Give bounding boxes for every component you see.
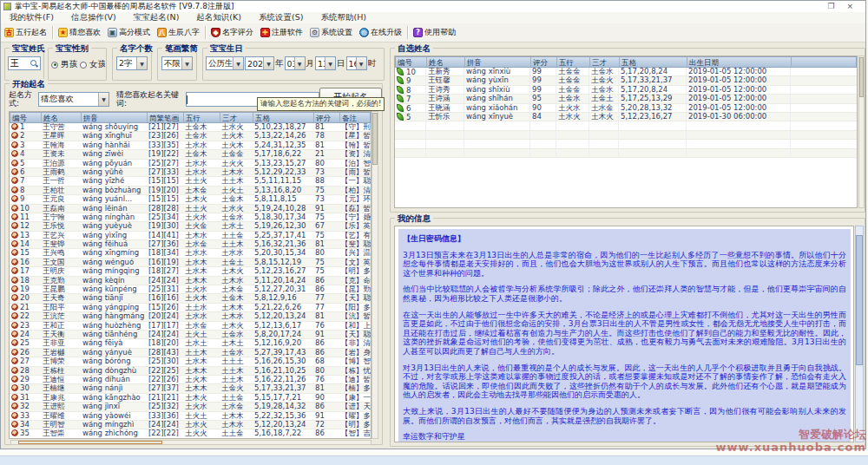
table-row[interactable]: 9王元良wáng yuánl...[15][15]土木火土金木5,8,11,8,… xyxy=(10,195,371,204)
results-table-header[interactable]: 编号姓名拼音简繁笔画五行三才五格评分备注 xyxy=(10,112,371,123)
table-row[interactable]: 16王文国wáng wénguó[16][19]土水木土金土5,8,15,12,… xyxy=(10,259,371,267)
table-row[interactable]: 8王柏壮wáng bòzhuàng[19][20]土木金土火土5,13,16,8… xyxy=(10,187,371,195)
table-row[interactable]: 15王兴鸣wáng xīngmíng[18][34]土水水土水水5,20,30,… xyxy=(10,249,371,258)
toolbar-button[interactable]: ?使用帮助 xyxy=(410,25,459,40)
column-header[interactable]: 五格 xyxy=(253,113,314,122)
toolbar-button[interactable]: ▣高分模式 xyxy=(104,25,154,40)
results-vscroll-thumb[interactable] xyxy=(372,113,378,165)
naming-method-select[interactable]: 猜您喜欢 ▼ xyxy=(38,92,109,107)
table-row[interactable]: 27王博荣wáng bóróng[25][30]土水木土土土5,16,26,15… xyxy=(10,357,371,366)
toolbar-button[interactable]: 八生辰八字 xyxy=(154,25,203,40)
table-row[interactable]: 1王守营wáng shǒuyíng[21][27]土金木土水火5,10,23,1… xyxy=(10,123,371,132)
table-row[interactable]: 31王康兆wáng kāngzhào[21][21]土木火土土金5,15,17,… xyxy=(10,394,371,403)
table-row[interactable]: 5王泊源wáng pōyuán[25][27]土水水土火火5,13,23,15,… xyxy=(10,160,371,168)
column-header[interactable]: 编号 xyxy=(396,57,427,67)
day-select[interactable]: 13 ▼ xyxy=(315,56,336,70)
table-row[interactable]: 30王楠继wáng nánjì[27][37]土木木土金火5,17,33,21,… xyxy=(10,384,371,393)
column-header[interactable]: 编号 xyxy=(10,113,42,122)
menu-item[interactable]: 系统设置(S) xyxy=(250,12,312,23)
toolbar-button[interactable]: ◆名字评分 xyxy=(207,25,257,40)
table-row[interactable]: 34王明智wáng míngzhì[24][24]土水火土木水5,12,20,1… xyxy=(10,421,371,429)
table-row[interactable]: 8王诗秀wáng shīxiù99土金金土金水5,17,20,8,242019-… xyxy=(395,86,857,95)
table-row[interactable]: 13王艺兴wáng yìxīng[14][41]土木水土土金5,25,37,17… xyxy=(10,232,371,240)
month-select[interactable]: 03 ▼ xyxy=(285,56,306,70)
chevron-down-icon[interactable]: ▼ xyxy=(294,57,305,69)
name-count-select[interactable]: 2字 ▼ xyxy=(116,56,148,70)
table-row[interactable]: 7王诗涵wáng shīhán95土金水土金土5,17,25,13,292019… xyxy=(395,95,857,103)
column-header[interactable]: 五行 xyxy=(557,57,590,67)
toolbar-button[interactable]: 古五行起名 xyxy=(1,25,50,40)
table-row[interactable]: 32王进熙wáng jìnxī[25][32]土火水土水金5,19,28,14,… xyxy=(10,403,371,411)
chevron-down-icon[interactable]: ▼ xyxy=(233,57,243,69)
menu-item[interactable]: 信息操作(V) xyxy=(62,12,125,23)
toolbar-button[interactable]: ⚙系统设置 xyxy=(306,25,356,40)
column-header[interactable]: 拼音 xyxy=(465,57,531,67)
column-header[interactable]: 姓名 xyxy=(427,57,465,67)
table-row[interactable]: 21王阳平wáng yángpíng[15][26]土土水土木木5,21,22,… xyxy=(10,304,371,312)
table-row[interactable]: 35王智崇wáng zhìchóng[22][22]土火火土土金5,16,18,… xyxy=(10,429,371,438)
menu-item[interactable]: 起名知识(K) xyxy=(187,12,250,23)
table-row[interactable]: 3王翰海wáng hànhǎi[33][35]土水水土火木5,24,31,12,… xyxy=(10,141,371,150)
menu-item[interactable]: 我的软件(F) xyxy=(1,12,62,23)
chevron-down-icon[interactable]: ▼ xyxy=(181,57,192,69)
column-header[interactable]: 出生日期 xyxy=(687,57,792,67)
table-row[interactable]: 24王天衡wáng tiānhéng[24][24]土火土土金水5,8,20,1… xyxy=(10,331,371,339)
table-row[interactable]: 29王迪恒wáng díhuán[22][26]土火木土土木5,16,22,11… xyxy=(10,376,371,384)
column-header[interactable]: 三才 xyxy=(220,113,253,122)
table-row[interactable]: 12王乐悦wáng yuèyuè[19][30]土火金土水土5,19,26,12… xyxy=(10,222,371,231)
column-header[interactable]: 姓名 xyxy=(42,113,82,122)
chevron-down-icon[interactable]: ▼ xyxy=(325,57,335,69)
chevron-down-icon[interactable]: ▼ xyxy=(263,57,273,69)
column-header[interactable] xyxy=(792,57,858,67)
table-row[interactable]: 19王昆鹏wáng kūnpéng[25][31]土火水土木金5,12,27,2… xyxy=(10,285,371,294)
toolbar-button[interactable]: ◍在线升级 xyxy=(356,25,405,40)
selected-table-header[interactable]: 编号姓名拼音评分五行三才五格出生日期 xyxy=(395,56,857,68)
table-row[interactable]: 11王宁翰wáng nínghàn[25][34]土火水土金水5,18,30,1… xyxy=(10,213,371,222)
column-header[interactable]: 评分 xyxy=(531,57,557,67)
results-horizontal-scrollbar[interactable] xyxy=(10,440,372,445)
toolbar-button[interactable]: ✚注册软件 xyxy=(257,25,306,40)
table-row[interactable]: 17王明庆wáng míngqìng[18][27]土水木土木火5,12,23,… xyxy=(10,267,371,276)
table-row[interactable]: 20王天奇wáng tiānjī[16][16]土火木土金木5,8,12,9,1… xyxy=(10,294,371,303)
info-vertical-scrollbar[interactable] xyxy=(855,226,864,442)
surname-input[interactable] xyxy=(8,56,41,70)
column-header[interactable]: 拼音 xyxy=(82,113,148,122)
chevron-down-icon[interactable]: ▼ xyxy=(98,93,108,106)
hour-select[interactable]: 16 ▼ xyxy=(346,56,367,70)
toolbar-button[interactable]: ★猜您喜欢 xyxy=(55,25,104,40)
table-row[interactable]: 23王和正wáng huòzhèng[17][17]土水金土木火5,12,13,… xyxy=(10,322,371,331)
table-row[interactable]: 7王一哲wáng yīzhé[15][15]土土火土土木5,5,11,11,15… xyxy=(10,177,371,186)
table-row[interactable]: 14王斐铧wáng fěihuá[27][36]土水金土土木5,16,32,21… xyxy=(10,240,371,249)
table-row[interactable]: 5王忻乐wáng xīnyuè84土水火土木火5,12,23,16,272019… xyxy=(395,113,857,121)
table-row[interactable]: 10王磊南wáng lěinán[28][28]土土火土水火5,19,24,10… xyxy=(10,205,371,213)
column-header[interactable]: 简繁笔画 xyxy=(148,113,184,122)
calendar-select[interactable]: 公历生日 ▼ xyxy=(206,56,244,70)
table-row[interactable]: 6王晓涵wáng xiǎohán90土火水土水金5,20,28,13,32201… xyxy=(395,104,857,113)
year-select[interactable]: 2023 ▼ xyxy=(245,56,274,70)
table-row[interactable]: 26王岩樾wáng yányuè[28][43]土土木土金水5,27,39,17… xyxy=(10,349,371,357)
close-button[interactable]: × xyxy=(846,3,853,10)
table-row[interactable]: 25王非亚wáng fēiyà[18][20]土水土土木土5,12,16,9,2… xyxy=(10,339,371,348)
info-vscroll-thumb[interactable] xyxy=(856,235,863,365)
results-vertical-scrollbar[interactable] xyxy=(372,111,378,439)
selected-vertical-scrollbar[interactable] xyxy=(858,56,865,208)
column-header[interactable]: 评分 xyxy=(314,113,340,122)
column-header[interactable]: 五行 xyxy=(184,113,220,122)
surname-field[interactable] xyxy=(9,59,30,69)
chevron-down-icon[interactable]: ▼ xyxy=(356,57,366,69)
selected-vscroll-thumb[interactable] xyxy=(859,57,864,97)
column-header[interactable]: 备注 xyxy=(340,113,372,122)
birthday-info-panel[interactable]: 【生日密码信息】3月13日预言未来在3月13日出生的人总是非常的宿命，因为他们的… xyxy=(394,226,854,442)
column-header[interactable]: 三才 xyxy=(590,57,620,67)
table-row[interactable]: 28王栋柱wáng dòngzhù[22][25]土木木土土木5,16,21,1… xyxy=(10,367,371,376)
table-row[interactable]: 4王资未wáng zīwèi[19][22]土金木土金金5,17,18,6,22… xyxy=(10,150,371,159)
restore-button[interactable]: ❐ xyxy=(827,3,834,10)
table-row[interactable]: 2王星晖wáng xīnghuī[23][26]土金水土火木5,13,22,14… xyxy=(10,132,371,141)
table-row[interactable]: 18王克勤wáng kèqín[24][24]土木木土木水5,11,20,14,… xyxy=(10,277,371,285)
table-row[interactable]: 6王雨鹤wáng yǔhè[27][33]土水水土木水5,12,29,22,33… xyxy=(10,168,371,177)
gender-radio-male[interactable] xyxy=(51,62,58,69)
table-row[interactable]: 10王新秀wáng xīnxiù99土金金土金水5,17,20,8,242019… xyxy=(395,68,857,76)
table-row[interactable]: 33王曜维wáng yàowéi[33][36]土火土土木木5,22,32,15… xyxy=(10,412,371,421)
gender-radio-female[interactable] xyxy=(80,62,87,69)
menu-item[interactable]: 系统帮助(H) xyxy=(312,12,375,23)
